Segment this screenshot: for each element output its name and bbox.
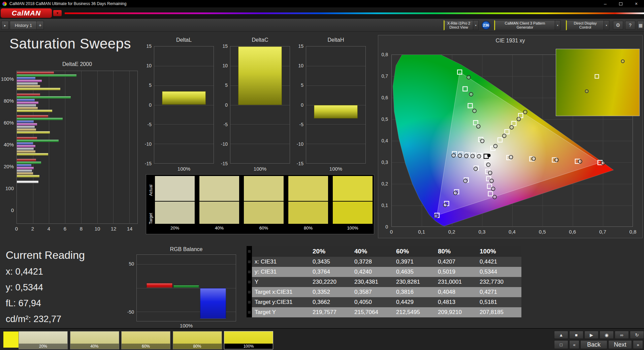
de-bar xyxy=(17,175,39,177)
settings-button[interactable]: ⚙ xyxy=(613,21,623,30)
circle xyxy=(523,110,527,114)
actual-swatch xyxy=(155,176,195,201)
y-axis-labels: 151050-5-10-15 xyxy=(220,46,229,164)
minimize-button[interactable]: – xyxy=(598,0,613,7)
hgrid xyxy=(306,66,365,66)
swatch-label: 60% xyxy=(122,344,170,349)
cell-strip xyxy=(247,277,252,287)
swatch-column-60%: 60% xyxy=(244,176,284,233)
pattern-swatch-20%[interactable]: 20% xyxy=(19,331,68,349)
calman-logo[interactable]: CalMAN xyxy=(1,8,52,18)
pattern-swatch-80%[interactable]: 80% xyxy=(173,331,222,349)
cell-strip xyxy=(247,287,252,297)
current-reading-title: Current Reading xyxy=(6,249,85,261)
ticklabel: 0,4 xyxy=(509,229,516,235)
ticklabel: 2 xyxy=(31,226,34,232)
plot-area xyxy=(306,46,366,164)
meter-dropdown[interactable]: X-Rite i1Pro 2 Direct View ▾ xyxy=(444,20,479,30)
table-cell: 0,5019 xyxy=(438,267,480,277)
pattern-swatch-100%[interactable]: 100% xyxy=(224,331,273,349)
tab-history-1[interactable]: History 1 xyxy=(10,21,37,30)
cell-strip xyxy=(247,307,252,317)
ticklabel: 0,7 xyxy=(599,229,606,235)
circle xyxy=(493,144,497,148)
de-bar xyxy=(17,118,63,120)
sb-ylabel: 15 xyxy=(298,43,303,49)
de-ylabel: 40% xyxy=(4,142,14,147)
sb-ylabel: 50 xyxy=(129,261,134,267)
circle xyxy=(517,117,521,121)
target-swatch xyxy=(333,202,373,224)
table-cell: 0,3816 xyxy=(396,287,438,297)
sb-bar xyxy=(238,46,282,105)
fast-forward-button[interactable]: » xyxy=(633,340,643,349)
infinity-icon[interactable]: ∞ xyxy=(615,331,629,339)
cie-ylabel: 0,5 xyxy=(382,116,388,122)
close-icon: × xyxy=(635,1,638,6)
logo-menu-button[interactable]: ▼ xyxy=(53,10,62,16)
cie-1931-panel: CIE 1931 xy 00,10,20,30,40,50,60,70,8 00… xyxy=(378,35,643,238)
table-cell: 209,9210 xyxy=(438,307,480,317)
cie-ylabel: 0,6 xyxy=(382,95,388,100)
cie-x-axis-labels: 00,10,20,30,40,50,60,70,8 xyxy=(391,229,633,235)
sb-ylabel: 10 xyxy=(146,63,152,68)
circle xyxy=(463,179,467,183)
tab-scroll-button[interactable]: ▸ xyxy=(1,21,9,30)
strip-sq xyxy=(248,291,251,293)
strip-sq xyxy=(248,271,251,273)
layout-button[interactable]: ▦ xyxy=(637,21,644,30)
hgrid xyxy=(230,124,290,125)
swatch-row-labels: Actual Target xyxy=(148,176,154,233)
rgb-plot-area xyxy=(136,254,236,321)
circle xyxy=(477,154,481,158)
sb-ylabel: -15 xyxy=(145,161,152,166)
row-label: x: CIE31 xyxy=(252,257,313,267)
close-button[interactable]: × xyxy=(629,0,644,7)
swatch-column-100%: 100% xyxy=(333,176,373,233)
back-button[interactable]: Back xyxy=(580,340,607,349)
cie-ylabel: 0,7 xyxy=(382,73,388,79)
play-icon[interactable]: ▶ xyxy=(584,331,599,339)
grid-icon: ▦ xyxy=(639,23,643,28)
help-button[interactable]: ? xyxy=(625,21,635,30)
sb-ylabel: 15 xyxy=(146,43,152,49)
de-bar xyxy=(17,148,34,150)
table-row: Target x:CIE310,33520,35870,38160,40480,… xyxy=(247,287,521,297)
reading-value: x: 0,4421 xyxy=(6,267,61,277)
swatch-label: 40% xyxy=(199,224,239,231)
table-row: y: CIE310,37640,42400,46350,50190,5344 xyxy=(247,267,521,277)
loop-icon[interactable]: ↻ xyxy=(630,331,644,339)
de-bar xyxy=(17,99,35,101)
pattern-generator-dropdown[interactable]: CalMAN Client 3 Pattern Generator ▾ xyxy=(494,20,560,30)
chevron-down-icon: ▾ xyxy=(555,21,560,30)
eject-icon[interactable]: ▲ xyxy=(554,331,568,339)
table-cell: 0,3435 xyxy=(313,257,354,267)
rgb-bar xyxy=(200,288,226,319)
pattern-window-button[interactable]: □ xyxy=(554,340,568,349)
pattern-swatch-60%[interactable]: 60% xyxy=(121,331,170,349)
de-bar xyxy=(17,131,50,134)
swatch-columns: 20%40%60%80%100% xyxy=(154,176,373,233)
display-control-dropdown[interactable]: Direct Display Control ▾ xyxy=(566,20,609,30)
table-row: Y230,2220230,4381230,8281231,0001232,773… xyxy=(247,277,521,287)
maximize-button[interactable] xyxy=(613,0,629,7)
chevron-down-icon: ▾ xyxy=(604,21,609,30)
app-logo-icon xyxy=(2,2,7,6)
add-tab-button[interactable]: + xyxy=(36,21,44,30)
stop-icon[interactable]: ■ xyxy=(569,331,583,339)
cell-strip xyxy=(247,246,252,257)
pattern-swatch-40%[interactable]: 40% xyxy=(70,331,119,349)
de-row xyxy=(17,136,137,158)
rewind-button[interactable]: « xyxy=(569,340,579,349)
cie-chart-title: CIE 1931 xy xyxy=(378,38,642,44)
next-button[interactable]: Next xyxy=(608,340,632,349)
sb-ylabel: 5 xyxy=(301,82,303,88)
de-ylabel: 60% xyxy=(4,119,14,125)
meter-count-badge[interactable]: 236 xyxy=(482,21,490,30)
table-cell: 230,4381 xyxy=(354,277,396,287)
hgrid xyxy=(154,105,214,105)
chevron-down-icon: ▼ xyxy=(56,11,59,15)
hgrid xyxy=(154,66,214,66)
circle xyxy=(474,167,478,171)
camera-icon[interactable]: ◉ xyxy=(600,331,614,339)
